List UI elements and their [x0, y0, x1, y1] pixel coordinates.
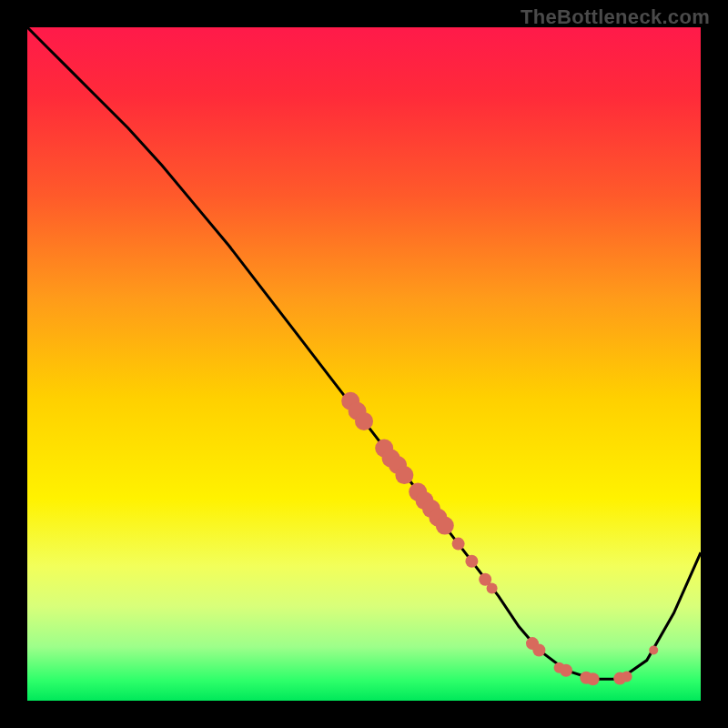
data-point — [452, 538, 465, 551]
data-point — [622, 671, 632, 682]
data-point — [355, 412, 373, 430]
chart-container: TheBottleneck.com — [0, 0, 728, 728]
data-point — [436, 517, 454, 535]
data-point — [587, 672, 600, 685]
data-point — [649, 646, 658, 655]
plot-area — [27, 27, 701, 701]
data-point — [532, 644, 545, 657]
chart-svg — [27, 27, 701, 701]
data-point — [487, 582, 498, 593]
curve-line — [27, 27, 701, 679]
scatter-points — [341, 392, 658, 686]
data-point — [560, 664, 572, 677]
data-point — [395, 466, 413, 484]
watermark-text: TheBottleneck.com — [521, 5, 710, 29]
data-point — [465, 555, 478, 568]
